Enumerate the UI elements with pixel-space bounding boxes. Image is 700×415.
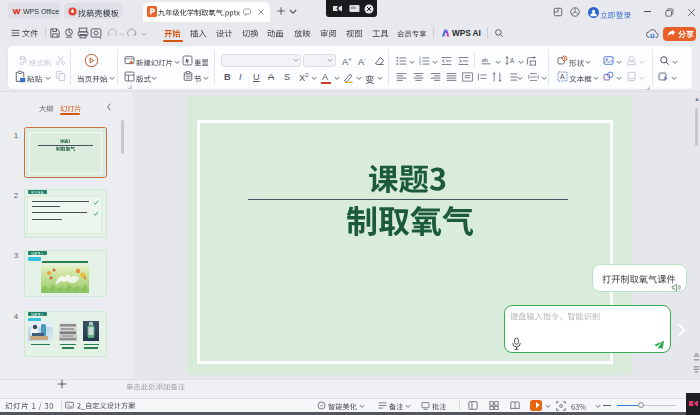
svg-text:A: A (560, 73, 565, 80)
svg-text:ab: ab (482, 57, 488, 63)
svg-text:3: 3 (419, 62, 421, 66)
svg-text:A: A (510, 57, 515, 64)
